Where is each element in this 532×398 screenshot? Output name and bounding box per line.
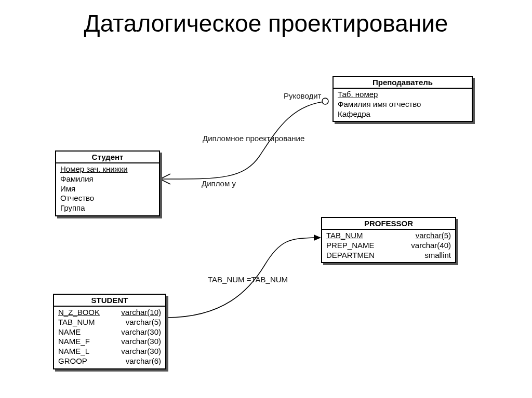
entity-header: STUDENT <box>54 295 165 307</box>
entity-attr: Отчество <box>60 194 94 203</box>
col-name: GROOP <box>58 356 87 366</box>
entity-body: TAB_NUMvarchar(5) PREP_NAMEvarchar(40) D… <box>322 230 455 262</box>
col-type: varchar(10) <box>121 308 161 318</box>
col-type: varchar(30) <box>121 327 161 337</box>
col-name: DEPARTMEN <box>326 251 375 260</box>
svg-point-3 <box>322 98 328 104</box>
col-name: NAME_L <box>58 347 89 356</box>
entity-teacher-ru: Преподаватель Таб. номер Фамилия имя отч… <box>332 76 473 122</box>
svg-line-0 <box>160 174 170 179</box>
col-type: varchar(30) <box>121 337 161 347</box>
svg-marker-4 <box>314 235 321 241</box>
entity-body: N_Z_BOOKvarchar(10) TAB_NUMvarchar(5) NA… <box>54 307 165 368</box>
col-name: PREP_NAME <box>326 241 375 251</box>
entity-header: Студент <box>56 152 159 163</box>
entity-attr: Таб. номер <box>338 90 378 100</box>
col-name: N_Z_BOOK <box>58 308 100 318</box>
rel-label-fk-join: TAB_NUM =TAB_NUM <box>208 275 288 284</box>
svg-line-2 <box>160 179 170 184</box>
col-type: varchar(30) <box>121 347 161 356</box>
col-type: varchar(40) <box>411 241 451 251</box>
entity-header: Преподаватель <box>334 77 472 89</box>
col-type: smallint <box>424 251 451 260</box>
rel-label-supervises: Руководит <box>284 91 321 100</box>
col-name: NAME_F <box>58 337 90 347</box>
entity-student-en: STUDENT N_Z_BOOKvarchar(10) TAB_NUMvarch… <box>53 294 166 369</box>
col-type: varchar(5) <box>126 318 161 327</box>
col-type: varchar(5) <box>416 231 451 241</box>
entity-header: PROFESSOR <box>322 218 455 230</box>
er-diagram: Руководит Дипломное проектирование Дипло… <box>0 0 532 398</box>
entity-attr: Номер зач. книжки <box>60 164 128 174</box>
entity-professor-en: PROFESSOR TAB_NUMvarchar(5) PREP_NAMEvar… <box>321 217 456 263</box>
entity-body: Номер зач. книжки Фамилия Имя Отчество Г… <box>56 163 159 215</box>
entity-attr: Фамилия <box>60 174 94 184</box>
entity-student-ru: Студент Номер зач. книжки Фамилия Имя От… <box>55 150 160 216</box>
entity-attr: Кафедра <box>338 109 370 119</box>
entity-attr: Фамилия имя отчество <box>338 100 421 109</box>
col-type: varchar(6) <box>126 356 161 366</box>
rel-label-diploma-at: Диплом у <box>202 179 236 188</box>
col-name: TAB_NUM <box>326 231 363 241</box>
rel-label-diploma-design: Дипломное проектирование <box>203 134 304 143</box>
entity-attr: Группа <box>60 203 85 213</box>
entity-body: Таб. номер Фамилия имя отчество Кафедра <box>334 89 472 121</box>
entity-attr: Имя <box>60 184 75 194</box>
col-name: TAB_NUM <box>58 318 95 327</box>
col-name: NAME <box>58 327 81 337</box>
